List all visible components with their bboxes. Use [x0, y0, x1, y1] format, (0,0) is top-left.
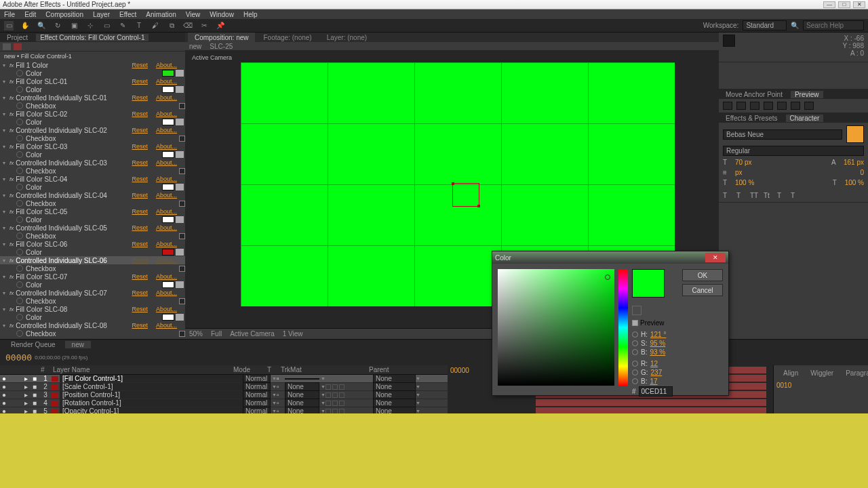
- smallcaps-icon[interactable]: Tt: [764, 192, 772, 199]
- comp-tab-footage[interactable]: Footage: (none): [256, 33, 318, 42]
- tab-render-queue[interactable]: Render Queue: [4, 341, 62, 348]
- about-link[interactable]: About...: [156, 273, 177, 280]
- brush-tool-icon[interactable]: 🖌: [151, 21, 160, 30]
- stopwatch-icon[interactable]: [16, 200, 23, 207]
- about-link[interactable]: About...: [156, 224, 177, 231]
- stopwatch-icon[interactable]: [16, 216, 23, 223]
- twirl-icon[interactable]: ▾: [3, 127, 9, 134]
- r-radio[interactable]: [632, 361, 638, 367]
- menu-composition[interactable]: Composition: [45, 11, 83, 18]
- rotate-tool-icon[interactable]: ↻: [53, 21, 62, 30]
- about-link[interactable]: About...: [156, 322, 177, 329]
- reset-link[interactable]: Reset: [132, 338, 148, 339]
- about-link[interactable]: About...: [156, 62, 177, 68]
- about-link[interactable]: About...: [156, 127, 177, 134]
- zoom-dropdown[interactable]: 50%: [189, 330, 203, 338]
- about-link[interactable]: About...: [156, 143, 177, 150]
- cancel-button[interactable]: Cancel: [682, 284, 723, 296]
- reset-link[interactable]: Reset: [132, 322, 148, 329]
- bin-icon[interactable]: [3, 43, 11, 50]
- label-color[interactable]: [52, 384, 58, 390]
- bold-icon[interactable]: T: [723, 192, 731, 199]
- stopwatch-icon[interactable]: [16, 119, 23, 125]
- camera-tool-icon[interactable]: ▣: [69, 21, 79, 30]
- reset-link[interactable]: Reset: [132, 78, 148, 85]
- checkbox[interactable]: [179, 331, 185, 337]
- track-value[interactable]: 0: [860, 169, 864, 176]
- eyedropper-icon[interactable]: [176, 151, 184, 158]
- about-link[interactable]: About...: [156, 338, 177, 339]
- effect-row[interactable]: ▾fxFill Color SLC-07ResetAbout...: [0, 272, 185, 281]
- color-swatch[interactable]: [162, 249, 174, 256]
- selection-box[interactable]: [452, 183, 479, 207]
- reset-link[interactable]: Reset: [132, 176, 148, 182]
- color-swatch[interactable]: [162, 70, 174, 77]
- vscale-value[interactable]: 100 %: [735, 179, 754, 186]
- ok-button[interactable]: OK: [682, 269, 723, 281]
- tab-effects-presets[interactable]: Effects & Presets: [722, 115, 782, 122]
- stopwatch-icon[interactable]: [16, 298, 23, 304]
- reset-link[interactable]: Reset: [132, 94, 148, 101]
- reset-link[interactable]: Reset: [132, 306, 148, 312]
- checkbox[interactable]: [179, 266, 185, 272]
- about-link[interactable]: About...: [156, 192, 177, 199]
- h-value[interactable]: 121 °: [650, 331, 666, 338]
- eyedropper-icon[interactable]: [176, 70, 184, 77]
- twirl-icon[interactable]: ▾: [3, 192, 9, 199]
- menu-help[interactable]: Help: [243, 11, 258, 18]
- twirl-icon[interactable]: ▾: [3, 339, 9, 340]
- about-link[interactable]: About...: [156, 159, 177, 166]
- trkmat-dropdown[interactable]: [285, 378, 319, 380]
- font-family-dropdown[interactable]: Bebas Neue: [723, 129, 842, 140]
- effect-row[interactable]: ▾fxFill Color SLC-03ResetAbout...: [0, 142, 185, 150]
- b-value[interactable]: 93 %: [650, 348, 665, 356]
- b-radio[interactable]: [632, 349, 638, 355]
- eyedropper-icon[interactable]: [176, 314, 184, 321]
- reset-link[interactable]: Reset: [132, 241, 148, 247]
- color-swatch[interactable]: [162, 119, 174, 125]
- last-frame-icon[interactable]: [777, 102, 787, 110]
- stopwatch-icon[interactable]: [16, 151, 23, 158]
- minimize-button[interactable]: —: [823, 1, 835, 8]
- s-radio[interactable]: [632, 340, 638, 346]
- label-color[interactable]: [52, 401, 58, 406]
- sub-icon[interactable]: T: [791, 192, 799, 199]
- about-link[interactable]: About...: [156, 289, 177, 296]
- twirl-icon[interactable]: ▾: [3, 274, 9, 280]
- effect-row[interactable]: ▾fxControlled Individually SLC-03ResetAb…: [0, 159, 185, 167]
- font-style-dropdown[interactable]: Regular: [723, 146, 864, 156]
- first-frame-icon[interactable]: [723, 102, 732, 110]
- puppet-tool-icon[interactable]: 📌: [216, 21, 225, 30]
- dialog-close-icon[interactable]: ✕: [705, 253, 726, 262]
- tab-anchor[interactable]: Move Anchor Point: [722, 91, 787, 98]
- reset-link[interactable]: Reset: [132, 62, 148, 68]
- effect-row[interactable]: ▾fxFill Color SLC-08ResetAbout...: [0, 305, 185, 313]
- invert-icon[interactable]: ▫: [277, 391, 285, 399]
- tab-preview[interactable]: Preview: [791, 91, 823, 98]
- reset-link[interactable]: Reset: [132, 289, 148, 296]
- timecode[interactable]: 00000: [5, 352, 32, 363]
- leading-value[interactable]: 161 px: [844, 159, 864, 166]
- reset-link[interactable]: Reset: [132, 159, 148, 166]
- zoom-tool-icon[interactable]: 🔍: [37, 21, 46, 30]
- mute-icon[interactable]: [804, 102, 814, 110]
- menu-view[interactable]: View: [186, 11, 201, 18]
- menu-layer[interactable]: Layer: [93, 11, 110, 18]
- s-value[interactable]: 95 %: [650, 340, 665, 347]
- roto-tool-icon[interactable]: ✂: [199, 21, 209, 30]
- breadcrumb-1[interactable]: SLC-25: [210, 43, 233, 50]
- camera-dropdown[interactable]: Active Camera: [230, 330, 275, 338]
- maximize-button[interactable]: □: [838, 1, 850, 8]
- menu-animation[interactable]: Animation: [146, 11, 176, 18]
- eyedropper-icon[interactable]: [176, 86, 184, 93]
- color-swatch[interactable]: [162, 314, 174, 321]
- effect-row[interactable]: ▾fxControlled Individually SLC-02ResetAb…: [0, 126, 185, 134]
- visibility-icon[interactable]: ●: [0, 375, 8, 382]
- effect-row[interactable]: ▾fxFill Color SLC-06ResetAbout...: [0, 240, 185, 248]
- checkbox[interactable]: [179, 136, 185, 142]
- effect-row[interactable]: ▾fxFill Color SLC-02ResetAbout...: [0, 110, 185, 118]
- checkbox[interactable]: [179, 201, 185, 207]
- pen-tool-icon[interactable]: ✎: [118, 21, 127, 30]
- effect-row[interactable]: ▾fxFill Color SLC-09ResetAbout...: [0, 338, 185, 339]
- twirl-icon[interactable]: ▾: [3, 306, 9, 312]
